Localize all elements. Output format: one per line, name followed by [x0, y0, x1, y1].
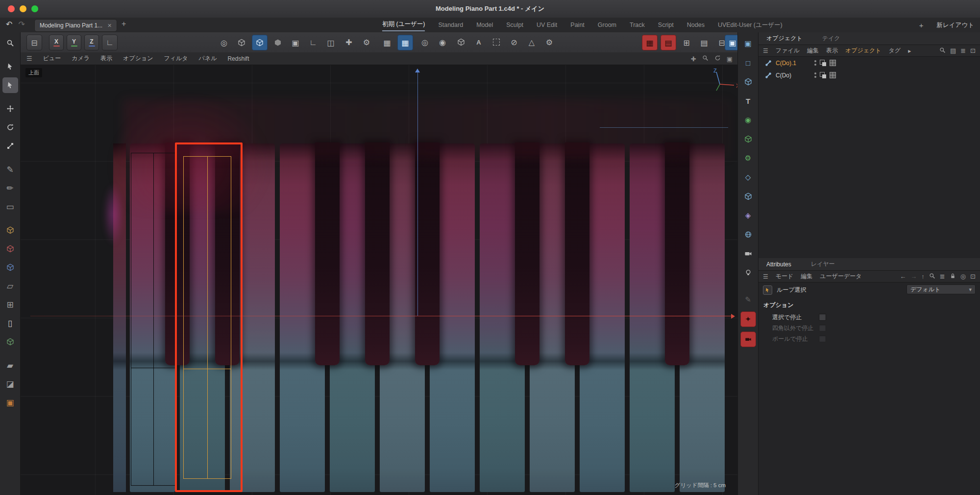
coordinate-system-icon[interactable]: ∟ [102, 35, 118, 50]
layout-tab-standard[interactable]: Standard [438, 21, 463, 29]
redshift-light-icon[interactable]: ✦ [740, 311, 756, 327]
rectangle-spline-icon[interactable]: ▭ [2, 199, 18, 214]
sketch-tool-icon[interactable]: ✏ [2, 180, 18, 196]
generator-cube-icon[interactable] [741, 132, 756, 146]
history-back-icon[interactable]: ← [900, 273, 906, 280]
layout-tab-uvedit-user[interactable]: UVEdit-User (ユーザー) [718, 20, 783, 30]
layer-toggle-icon[interactable] [830, 60, 836, 66]
layout-tab-nodes[interactable]: Nodes [687, 21, 705, 29]
object-manager-palette-icon[interactable]: ▣ [741, 36, 756, 51]
layout-tab-groom[interactable]: Groom [598, 21, 616, 29]
cube-primitive-icon[interactable] [2, 222, 18, 238]
enable-axis-icon[interactable]: ✚ [342, 35, 356, 49]
cube-red-primitive-icon[interactable] [2, 241, 18, 257]
deformer-diamond-icon[interactable]: ◇ [741, 170, 756, 185]
point-mode-icon[interactable] [270, 35, 285, 50]
selection-filter-icon[interactable] [489, 35, 504, 49]
at-menu-edit[interactable]: 編集 [801, 272, 812, 281]
field-icon[interactable]: ◈ [741, 208, 756, 223]
rotate-view-icon[interactable] [714, 55, 721, 63]
generator-sphere-icon[interactable]: ◉ [741, 113, 756, 127]
viewport[interactable]: 上面 Z X グリッド間隔 : 5 cm [21, 65, 737, 495]
viewport-menu-panel[interactable]: パネル [199, 54, 217, 63]
layout-tab-startup[interactable]: 初期 (ユーザー) [382, 19, 425, 31]
visibility-dots-icon[interactable] [814, 60, 816, 66]
dynamic-guides-icon[interactable]: ◉ [435, 35, 450, 49]
om-menu-tags[interactable]: タグ [889, 47, 901, 55]
at-menu-mode[interactable]: モード [776, 272, 794, 281]
environment-globe-icon[interactable] [741, 227, 756, 242]
render-region-icon[interactable]: ▤ [697, 35, 711, 50]
add-document-tab-button[interactable]: + [122, 20, 126, 28]
om-menu-file[interactable]: ファイル [776, 47, 800, 55]
add-layout-button[interactable]: + [919, 21, 924, 29]
om-frame-icon[interactable]: ⊡ [970, 47, 976, 54]
lock-x-axis-button[interactable]: X [49, 35, 64, 50]
object-row-cdo1[interactable]: C(Do).1 [759, 57, 980, 69]
workplane-icon[interactable]: ⊟ [26, 35, 42, 50]
shear-tool-icon[interactable]: ▰ [2, 357, 18, 373]
tab-layers[interactable]: レイヤー [811, 260, 835, 268]
close-tab-icon[interactable]: ✕ [107, 23, 112, 29]
workplane-mode-icon[interactable]: ◫ [323, 35, 338, 50]
layout-tab-paint[interactable]: Paint [570, 21, 585, 29]
live-selection-icon[interactable] [2, 59, 18, 74]
lock-z-axis-button[interactable]: Z [84, 35, 99, 50]
pen-tool-icon[interactable]: ✎ [2, 162, 18, 177]
plane-primitive-icon[interactable]: ▱ [2, 278, 18, 294]
isoline-editing-icon[interactable]: ⊘ [507, 35, 521, 49]
at-menu-userdata[interactable]: ユーザーデータ [820, 272, 861, 281]
make-editable-icon[interactable]: ◎ [217, 35, 231, 50]
attributes-hamburger-icon[interactable]: ☰ [763, 273, 768, 280]
object-manager-hamburger-icon[interactable]: ☰ [763, 47, 768, 54]
undo-icon[interactable]: ↶ [6, 20, 12, 29]
paint-setup-icon[interactable]: △ [524, 35, 539, 49]
at-target-icon[interactable]: ◎ [960, 273, 966, 280]
modeling-settings-gear-icon[interactable]: ⚙ [359, 35, 374, 49]
new-layout-button[interactable]: 新レイアウト [937, 21, 974, 29]
document-tab[interactable]: Modeling Piano Part 1... ✕ [34, 19, 117, 32]
quantize-snap-icon[interactable]: ▦ [397, 35, 413, 50]
zoom-view-icon[interactable] [702, 55, 709, 63]
at-lock-icon[interactable] [950, 273, 956, 281]
at-search-icon[interactable] [929, 273, 935, 281]
move-tool-icon[interactable] [2, 101, 18, 117]
viewport-menu-camera[interactable]: カメラ [72, 54, 90, 63]
cube-palette-icon[interactable] [741, 74, 756, 89]
render-view-icon[interactable]: ▦ [642, 35, 658, 50]
preset-dropdown[interactable]: デフォルト ▾ [906, 284, 976, 294]
om-search-icon[interactable] [939, 47, 946, 55]
snap-icon[interactable]: ▦ [380, 35, 394, 50]
workplane-snap-icon[interactable]: ◎ [417, 35, 432, 49]
toolbar-settings-gear-icon[interactable]: ⚙ [542, 35, 557, 49]
layout-tab-track[interactable]: Track [630, 21, 645, 29]
visibility-dots-icon[interactable] [814, 72, 816, 78]
cube-blue-primitive-icon[interactable] [2, 259, 18, 275]
render-settings-icon[interactable]: ▤ [661, 35, 676, 50]
spline-palette-icon[interactable]: □ [741, 55, 756, 70]
lock-y-axis-button[interactable]: Y [67, 35, 81, 50]
cylinder-primitive-icon[interactable]: ▯ [2, 315, 18, 331]
scale-tool-icon[interactable] [2, 138, 18, 154]
tab-objects[interactable]: オブジェクト [766, 34, 803, 43]
toggle-views-icon[interactable]: ▣ [727, 55, 733, 63]
viewport-menu-filter[interactable]: フィルタ [164, 54, 188, 63]
tab-takes[interactable]: テイク [822, 34, 840, 43]
text-tool-icon[interactable]: T [741, 94, 756, 108]
zoom-window-button[interactable] [31, 5, 38, 12]
viewport-menu-options[interactable]: オプション [123, 54, 153, 63]
history-forward-icon[interactable]: → [910, 273, 917, 280]
cube-group-icon[interactable] [2, 334, 18, 350]
grid-array-icon[interactable]: ⊞ [2, 297, 18, 312]
camera-icon[interactable] [741, 246, 756, 261]
layout-tab-uvedit[interactable]: UV Edit [537, 21, 557, 29]
om-menu-edit[interactable]: 編集 [807, 47, 819, 55]
extrude-tool-icon[interactable]: ▣ [2, 395, 18, 410]
layout-tab-model[interactable]: Model [476, 21, 493, 29]
tab-attributes[interactable]: Attributes [766, 261, 791, 268]
om-menu-view[interactable]: 表示 [826, 47, 838, 55]
close-window-button[interactable] [8, 5, 15, 12]
rotate-tool-icon[interactable] [2, 119, 18, 135]
edge-mode-icon[interactable]: ▣ [288, 35, 303, 50]
model-mode-icon[interactable] [234, 35, 249, 50]
